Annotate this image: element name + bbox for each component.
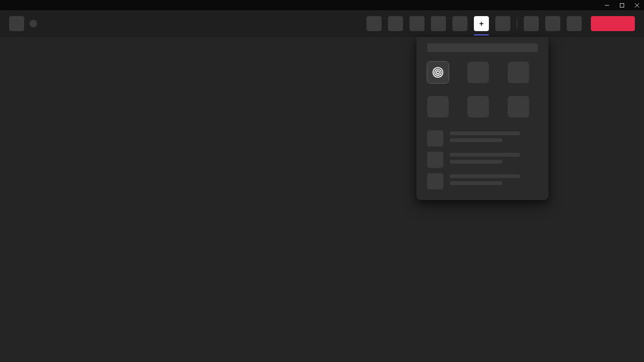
list-item-title bbox=[450, 153, 520, 157]
list-item-subtitle bbox=[450, 181, 502, 185]
panel-search-input[interactable] bbox=[427, 43, 538, 52]
close-icon bbox=[634, 3, 640, 8]
add-dropdown-panel bbox=[416, 37, 548, 200]
header-right-group: + bbox=[367, 16, 635, 31]
list-item-text bbox=[450, 152, 538, 164]
nav-button-add[interactable]: + bbox=[474, 16, 489, 31]
window-minimize-button[interactable]: Minimize bbox=[603, 2, 611, 9]
svg-point-6 bbox=[436, 71, 440, 74]
panel-tile-2[interactable] bbox=[467, 62, 489, 83]
window-maximize-button[interactable]: Maximize bbox=[618, 2, 626, 9]
svg-point-5 bbox=[435, 69, 441, 76]
svg-rect-1 bbox=[620, 3, 624, 7]
nav-button-7[interactable] bbox=[495, 16, 510, 31]
list-item-text bbox=[450, 173, 538, 185]
spiral-icon bbox=[432, 67, 444, 78]
panel-tile-3[interactable] bbox=[508, 62, 529, 83]
window-titlebar: Minimize Maximize Close bbox=[0, 0, 644, 10]
list-item-text bbox=[450, 130, 538, 142]
maximize-icon bbox=[619, 3, 625, 8]
header-left-group: App Logo Status bbox=[9, 16, 367, 31]
list-item-thumb bbox=[427, 173, 443, 189]
panel-list-item[interactable] bbox=[427, 173, 538, 189]
nav-button-3[interactable] bbox=[409, 16, 425, 31]
nav-button-1[interactable] bbox=[367, 16, 382, 31]
app-logo[interactable]: App Logo bbox=[9, 16, 24, 31]
list-item-title bbox=[450, 174, 520, 178]
nav-button-2[interactable] bbox=[388, 16, 403, 31]
panel-tile-grid bbox=[427, 62, 538, 117]
nav-button-5[interactable] bbox=[452, 16, 467, 31]
list-item-thumb bbox=[427, 130, 443, 146]
plus-icon: + bbox=[479, 20, 484, 27]
main-canvas bbox=[0, 37, 644, 362]
primary-cta-button[interactable] bbox=[591, 16, 635, 31]
nav-secondary-button-3[interactable] bbox=[567, 16, 582, 31]
nav-separator bbox=[517, 18, 517, 29]
list-item-title bbox=[450, 131, 520, 135]
panel-tile-5[interactable] bbox=[467, 96, 489, 117]
nav-button-4[interactable] bbox=[431, 16, 446, 31]
list-item-subtitle bbox=[450, 138, 502, 142]
panel-tile-6[interactable] bbox=[508, 96, 529, 117]
panel-template-list bbox=[427, 130, 538, 189]
app-header: App Logo Status + bbox=[0, 10, 644, 37]
list-item-thumb bbox=[427, 152, 443, 168]
list-item-subtitle bbox=[450, 160, 502, 164]
nav-secondary-button-2[interactable] bbox=[545, 16, 560, 31]
panel-tile-4[interactable] bbox=[427, 96, 449, 117]
nav-secondary-button-1[interactable] bbox=[524, 16, 539, 31]
minimize-icon bbox=[604, 3, 610, 8]
window-close-button[interactable]: Close bbox=[633, 2, 641, 9]
app-status-indicator: Status bbox=[30, 20, 37, 27]
panel-list-item[interactable] bbox=[427, 152, 538, 168]
panel-tile-1[interactable] bbox=[427, 62, 449, 83]
panel-list-item[interactable] bbox=[427, 130, 538, 146]
